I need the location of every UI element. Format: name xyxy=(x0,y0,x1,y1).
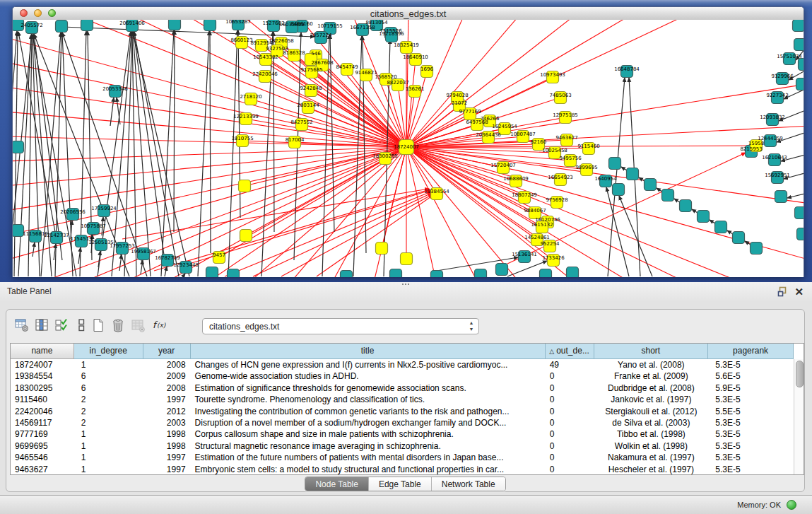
graph-node[interactable] xyxy=(496,264,508,276)
graph-node[interactable] xyxy=(206,267,218,278)
graph-node[interactable] xyxy=(228,269,240,278)
graph-node[interactable] xyxy=(796,78,804,90)
graph-edge[interactable] xyxy=(18,32,55,232)
graph-edge[interactable] xyxy=(406,71,427,147)
column-header-year[interactable]: year xyxy=(143,344,191,359)
graph-edge[interactable] xyxy=(606,187,629,276)
delete-table-icon[interactable] xyxy=(110,317,126,334)
table-row[interactable]: 969969511998Structural magnetic resonanc… xyxy=(11,440,794,452)
tab-node-table[interactable]: Node Table xyxy=(305,477,369,491)
window-titlebar[interactable]: citations_edges.txt xyxy=(13,7,804,21)
graph-node[interactable] xyxy=(169,20,181,30)
graph-node[interactable] xyxy=(613,184,625,196)
graph-node[interactable] xyxy=(680,200,692,212)
tab-edge-table[interactable]: Edge Table xyxy=(369,477,432,491)
graph-edge[interactable] xyxy=(406,98,457,147)
table-row[interactable]: 1456911722003Disruption of a novel membe… xyxy=(11,417,794,428)
graph-node[interactable] xyxy=(645,179,657,191)
graph-node[interactable] xyxy=(795,207,804,219)
graph-edge[interactable] xyxy=(406,126,804,147)
column-visibility-icon[interactable] xyxy=(33,317,50,334)
graph-node[interactable] xyxy=(56,21,68,33)
graph-node[interactable] xyxy=(341,271,353,278)
graph-edge[interactable] xyxy=(619,196,652,276)
graph-edge[interactable] xyxy=(13,147,406,211)
table-mode-icon[interactable] xyxy=(73,317,90,334)
graph-node[interactable] xyxy=(240,230,252,242)
column-header-name[interactable]: name xyxy=(11,344,74,359)
table-row[interactable]: 1872400712008Changes of HCN gene express… xyxy=(11,359,794,370)
import-table-icon[interactable] xyxy=(129,317,146,334)
table-row[interactable]: 977716911998Corpus callosum shape and si… xyxy=(11,428,794,440)
graph-edge[interactable] xyxy=(182,20,406,147)
graph-node[interactable] xyxy=(799,59,804,71)
graph-node[interactable] xyxy=(13,141,24,153)
graph-node[interactable] xyxy=(204,20,216,31)
graph-node[interactable] xyxy=(239,180,251,192)
tab-network-table[interactable]: Network Table xyxy=(432,477,505,491)
graph-edge[interactable] xyxy=(33,243,35,257)
graph-node[interactable] xyxy=(662,189,674,201)
graph-edge[interactable] xyxy=(174,30,175,232)
graph-edge[interactable] xyxy=(331,147,406,277)
graph-edge[interactable] xyxy=(225,192,431,276)
graph-edge[interactable] xyxy=(165,267,167,276)
graph-edge[interactable] xyxy=(406,20,635,147)
graph-node[interactable] xyxy=(390,269,402,278)
graph-node[interactable] xyxy=(797,228,804,240)
graph-edge[interactable] xyxy=(288,147,406,277)
graph-edge[interactable] xyxy=(183,274,185,276)
graph-node[interactable] xyxy=(698,211,710,223)
column-header-title[interactable]: title xyxy=(191,344,546,359)
graph-edge[interactable] xyxy=(273,32,274,232)
graph-node[interactable] xyxy=(401,253,413,265)
graph-node[interactable] xyxy=(376,243,388,255)
table-settings-icon[interactable] xyxy=(13,317,30,334)
graph-node[interactable] xyxy=(81,20,93,31)
graph-edge[interactable] xyxy=(266,59,406,147)
graph-edge[interactable] xyxy=(787,193,804,198)
close-panel-icon[interactable]: ✕ xyxy=(794,286,804,297)
column-header-pagerank[interactable]: pagerank xyxy=(708,344,794,359)
row-selection-icon[interactable] xyxy=(53,317,70,334)
graph-node[interactable] xyxy=(609,158,621,170)
graph-node[interactable] xyxy=(794,39,804,51)
graph-node[interactable] xyxy=(751,243,763,255)
table-row[interactable]: 1938455462009Genome-wide association stu… xyxy=(11,370,794,382)
table-row[interactable]: 1830029562008Estimation of significance … xyxy=(11,382,794,394)
float-panel-icon[interactable] xyxy=(777,286,788,297)
table-row[interactable]: 946554611997Estimation of the future num… xyxy=(11,452,794,463)
graph-node[interactable] xyxy=(475,269,487,278)
graph-node[interactable] xyxy=(715,221,727,233)
graph-node[interactable] xyxy=(431,271,443,278)
graph-node[interactable] xyxy=(733,232,745,244)
graph-edge[interactable] xyxy=(406,147,542,227)
graph-edge[interactable] xyxy=(110,98,114,126)
table-scrollbar[interactable] xyxy=(794,359,804,474)
graph-edge[interactable] xyxy=(204,147,406,277)
graph-node[interactable] xyxy=(540,269,552,278)
graph-edge[interactable] xyxy=(406,20,465,147)
graph-node[interactable] xyxy=(793,20,804,32)
graph-node[interactable] xyxy=(775,191,787,203)
graph-node[interactable] xyxy=(13,225,24,237)
memory-status-indicator[interactable] xyxy=(787,500,796,510)
graph-node[interactable] xyxy=(567,267,579,278)
split-pane-handle[interactable] xyxy=(401,282,411,286)
new-table-icon[interactable] xyxy=(90,317,107,334)
table-row[interactable]: 2242004622012Investigating the contribut… xyxy=(11,406,794,417)
graph-edge[interactable] xyxy=(406,20,691,147)
graph-node[interactable] xyxy=(627,168,639,180)
table-row[interactable]: 946362711997Embryonic stem cells: a mode… xyxy=(11,464,794,474)
table-scrollbar-thumb[interactable] xyxy=(796,361,804,387)
function-builder-icon[interactable]: f (x) xyxy=(151,317,167,334)
graph-edge[interactable] xyxy=(14,32,18,276)
column-header-out_de[interactable]: △out_de... xyxy=(546,344,594,359)
table-row[interactable]: 911546021997Tourette syndrome. Phenomeno… xyxy=(11,394,794,405)
table-selector[interactable]: citations_edges.txt ▲▼ xyxy=(202,318,479,334)
column-header-in_degree[interactable]: in_degree xyxy=(74,344,143,359)
column-header-short[interactable]: short xyxy=(594,344,709,359)
graph-edge[interactable] xyxy=(134,32,165,260)
network-canvas[interactable]: 2405572206914061065328715276028466160107… xyxy=(13,20,804,277)
graph-edge[interactable] xyxy=(13,147,406,161)
